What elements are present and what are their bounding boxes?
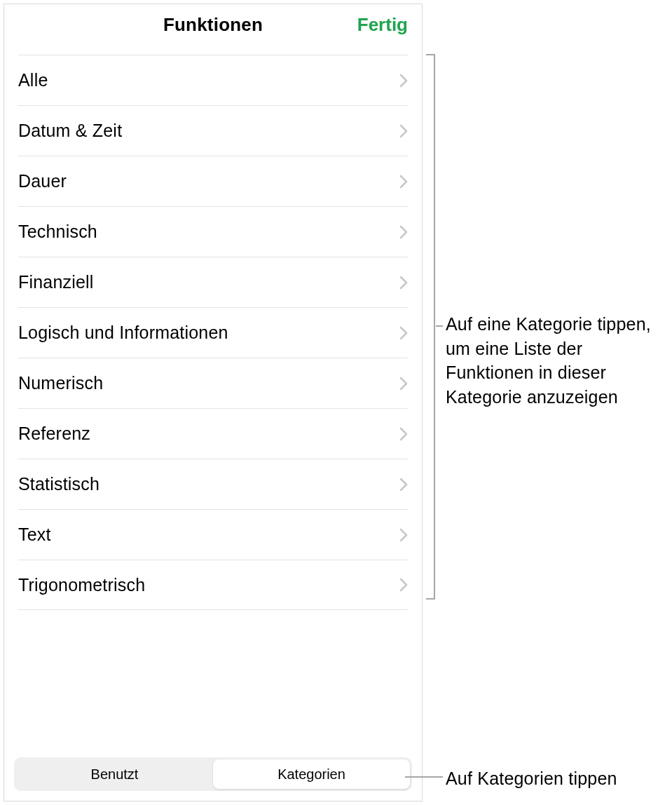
panel-title: Funktionen: [163, 14, 263, 36]
segmented-control: Benutzt Kategorien: [14, 757, 412, 791]
category-label: Dauer: [18, 171, 67, 191]
category-row-alle[interactable]: Alle: [18, 55, 408, 105]
category-row-dauer[interactable]: Dauer: [18, 156, 408, 206]
category-label: Trigonometrisch: [18, 575, 145, 595]
panel-footer: Benutzt Kategorien: [4, 750, 422, 801]
chevron-right-icon: [399, 427, 408, 441]
chevron-right-icon: [399, 124, 408, 138]
chevron-right-icon: [399, 276, 408, 290]
category-label: Referenz: [18, 424, 90, 444]
category-label: Alle: [18, 70, 48, 90]
callout-footer-text: Auf Kategorien tippen: [446, 766, 617, 791]
category-row-logisch[interactable]: Logisch und Informationen: [18, 307, 408, 358]
category-label: Logisch und Informationen: [18, 323, 228, 343]
category-row-statistisch[interactable]: Statistisch: [18, 459, 408, 509]
category-row-text[interactable]: Text: [18, 509, 408, 560]
callout-categories-text: Auf eine Kategorie tippen, um eine Liste…: [446, 312, 663, 409]
category-row-datum-zeit[interactable]: Datum & Zeit: [18, 105, 408, 156]
callout-bracket-icon: [426, 54, 436, 600]
category-label: Numerisch: [18, 373, 103, 393]
category-label: Statistisch: [18, 474, 100, 494]
category-row-trigonometrisch[interactable]: Trigonometrisch: [18, 560, 408, 610]
category-row-finanziell[interactable]: Finanziell: [18, 257, 408, 307]
category-row-referenz[interactable]: Referenz: [18, 408, 408, 459]
chevron-right-icon: [399, 377, 408, 391]
chevron-right-icon: [399, 578, 408, 592]
category-label: Technisch: [18, 222, 97, 242]
chevron-right-icon: [399, 225, 408, 239]
chevron-right-icon: [399, 528, 408, 542]
callout-leader-line: [436, 325, 443, 327]
category-label: Finanziell: [18, 272, 94, 292]
category-row-technisch[interactable]: Technisch: [18, 206, 408, 257]
panel-header: Funktionen Fertig: [4, 4, 422, 45]
functions-panel: Funktionen Fertig Alle Datum & Zeit Daue…: [4, 4, 423, 801]
category-row-numerisch[interactable]: Numerisch: [18, 358, 408, 408]
done-button[interactable]: Fertig: [357, 14, 408, 36]
chevron-right-icon: [399, 326, 408, 340]
category-list: Alle Datum & Zeit Dauer Technisch Finanz…: [4, 55, 422, 750]
callout-leader-line: [405, 776, 443, 778]
chevron-right-icon: [399, 175, 408, 189]
category-label: Text: [18, 525, 51, 545]
segment-categories[interactable]: Kategorien: [213, 759, 410, 789]
segment-used[interactable]: Benutzt: [16, 759, 213, 789]
category-label: Datum & Zeit: [18, 121, 122, 141]
chevron-right-icon: [399, 74, 408, 88]
chevron-right-icon: [399, 478, 408, 492]
